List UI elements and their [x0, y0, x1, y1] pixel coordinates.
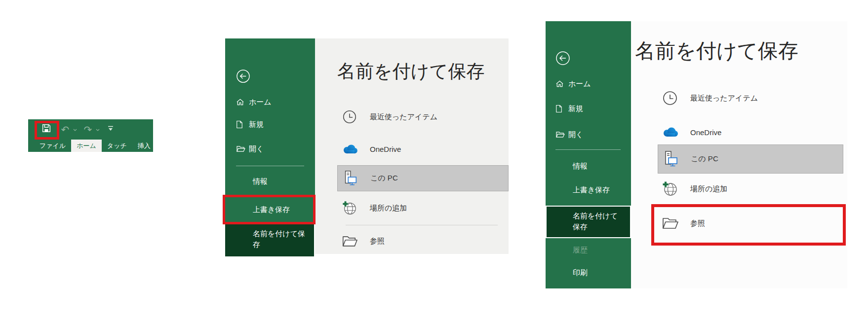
- highlight-box-save-item: [223, 195, 316, 224]
- sidebar-item-new[interactable]: 新規: [236, 117, 264, 132]
- sidebar-divider: [555, 149, 621, 150]
- sidebar-item-open[interactable]: 開く: [555, 127, 583, 142]
- sidebar-item-save[interactable]: 上書き保存: [573, 182, 610, 197]
- undo-icon: ↶: [61, 125, 70, 135]
- home-icon: [555, 80, 568, 88]
- sidebar-item-home[interactable]: ホーム: [236, 95, 272, 109]
- sidebar-item-new[interactable]: 新規: [555, 101, 583, 116]
- tab-touch[interactable]: タッチ: [102, 140, 132, 152]
- customize-quick-access-button[interactable]: [107, 125, 114, 132]
- back-button[interactable]: [555, 51, 570, 68]
- customize-quick-access-icon: [108, 126, 114, 131]
- place-this-pc-selected[interactable]: この PC: [658, 144, 843, 174]
- page-title: 名前を付けて保存: [337, 59, 485, 84]
- tab-file[interactable]: ファイル: [34, 140, 71, 152]
- redo-icon: ↷: [84, 125, 92, 135]
- places-divider: [346, 225, 498, 225]
- back-arrow-icon: [555, 51, 570, 66]
- ribbon-tab-bar: ファイル ホーム タッチ 挿入 ペ: [28, 140, 153, 152]
- sidebar-item-print[interactable]: 印刷: [573, 265, 588, 280]
- clock-icon: [662, 90, 678, 107]
- back-arrow-icon: [236, 69, 250, 83]
- backstage-sidebar-right: ホーム 新規 開く 情報 上書き保存 名前を付けて保存 履歴 印刷: [546, 21, 631, 288]
- screenshot-canvas: ↶ ↷ ファイル ホーム タッチ 挿入 ペ ホーム: [0, 0, 868, 321]
- onedrive-icon: [662, 126, 678, 138]
- place-onedrive[interactable]: OneDrive: [337, 136, 509, 162]
- open-folder-icon: [555, 131, 568, 139]
- place-add-a-place[interactable]: 場所の追加: [658, 176, 843, 202]
- backstage-main-middle: 名前を付けて保存 最近使ったアイテム OneDrive この PC 場所の追加 …: [315, 38, 509, 254]
- page-title: 名前を付けて保存: [635, 37, 798, 65]
- backstage-main-right: 名前を付けて保存 最近使ったアイテム OneDrive この PC 場所の追加 …: [631, 21, 847, 288]
- tab-home[interactable]: ホーム: [71, 140, 102, 152]
- sidebar-divider: [236, 166, 304, 166]
- undo-dropdown-chevron[interactable]: [73, 128, 78, 132]
- redo-button[interactable]: ↷: [82, 124, 93, 135]
- place-this-pc-selected[interactable]: この PC: [337, 165, 509, 191]
- place-browse[interactable]: 参照: [337, 228, 509, 254]
- back-button[interactable]: [236, 69, 250, 85]
- sidebar-item-save-as-selected[interactable]: 名前を付けて保存: [225, 224, 315, 256]
- redo-dropdown-chevron[interactable]: [95, 128, 100, 132]
- clock-icon: [341, 109, 358, 125]
- place-add-a-place[interactable]: 場所の追加: [337, 195, 509, 221]
- undo-button[interactable]: ↶: [60, 124, 71, 135]
- sidebar-item-info[interactable]: 情報: [573, 159, 588, 174]
- sidebar-item-home[interactable]: ホーム: [555, 76, 591, 91]
- highlight-box-browse-item: [651, 204, 846, 246]
- chevron-down-icon: [96, 129, 100, 131]
- highlight-box-save-button: [35, 121, 59, 140]
- sidebar-item-history-disabled: 履歴: [573, 243, 588, 257]
- new-document-icon: [236, 120, 249, 129]
- this-pc-icon: [662, 150, 679, 168]
- new-document-icon: [555, 105, 568, 113]
- sidebar-item-open[interactable]: 開く: [236, 142, 264, 156]
- place-recent[interactable]: 最近使ったアイテム: [337, 104, 509, 130]
- onedrive-icon: [341, 143, 358, 155]
- browse-folder-icon: [341, 235, 358, 248]
- sidebar-item-info[interactable]: 情報: [253, 174, 268, 189]
- open-folder-icon: [236, 145, 249, 153]
- place-recent[interactable]: 最近使ったアイテム: [658, 85, 843, 111]
- chevron-down-icon: [73, 129, 77, 131]
- add-place-icon: [341, 200, 358, 216]
- place-onedrive[interactable]: OneDrive: [658, 119, 843, 145]
- home-icon: [236, 98, 249, 107]
- tab-insert[interactable]: 挿入: [132, 140, 153, 152]
- sidebar-item-save-as-selected[interactable]: 名前を付けて保存: [546, 206, 631, 238]
- add-place-icon: [662, 180, 678, 197]
- this-pc-icon: [342, 170, 358, 187]
